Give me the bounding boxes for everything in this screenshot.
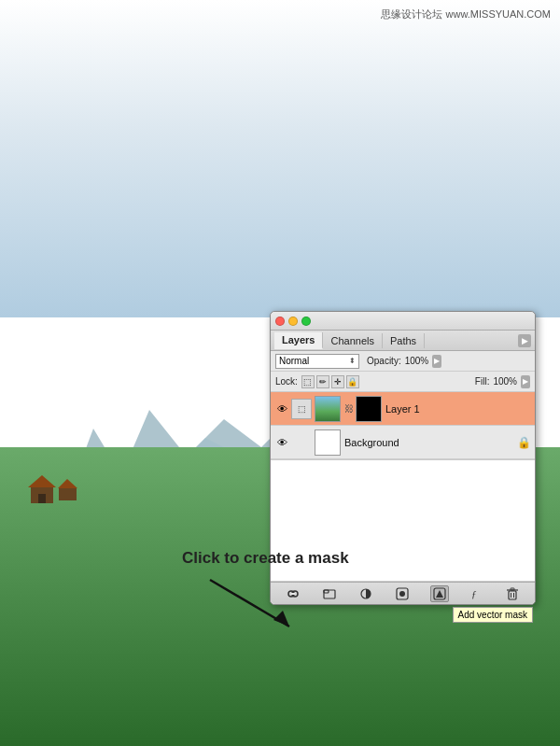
lock-transparent-pixels[interactable]: ⬚ — [301, 375, 315, 388]
annotation-text: Click to create a mask — [182, 549, 349, 568]
layer-mask-thumbnail-layer1 — [356, 396, 382, 422]
svg-marker-2 — [28, 475, 56, 487]
blend-mode-arrow: ⬍ — [349, 357, 356, 365]
opacity-arrow[interactable]: ▶ — [432, 355, 441, 368]
layer-visibility-layer1[interactable]: 👁 — [274, 401, 289, 416]
opacity-label: Opacity: — [367, 356, 401, 366]
layer-thumbnail-background — [315, 429, 341, 456]
layer-name-background: Background — [344, 437, 517, 448]
blend-mode-select[interactable]: Normal ⬍ — [275, 354, 359, 369]
window-controls — [275, 317, 311, 326]
lock-position[interactable]: ✛ — [331, 375, 344, 388]
panel-menu-arrow[interactable]: ▶ — [518, 334, 531, 347]
add-layer-mask-button[interactable] — [393, 585, 412, 602]
chain-icon-layer1: ⛓ — [344, 403, 354, 414]
layer-name-layer1: Layer 1 — [385, 403, 531, 415]
minimize-button[interactable] — [288, 317, 298, 326]
maximize-button[interactable] — [301, 317, 311, 326]
lock-row: Lock: ⬚ ✏ ✛ 🔒 Fill: 100% ▶ — [271, 372, 535, 392]
lock-all[interactable]: 🔒 — [346, 375, 359, 388]
svg-marker-24 — [273, 611, 289, 626]
lock-icons: ⬚ ✏ ✛ 🔒 — [301, 375, 359, 388]
tab-channels[interactable]: Channels — [323, 333, 382, 348]
lock-image-pixels[interactable]: ✏ — [316, 375, 329, 388]
fill-value[interactable]: 100% — [493, 376, 517, 387]
layer-thumbnail-layer1 — [315, 396, 341, 422]
close-button[interactable] — [275, 317, 285, 326]
add-layer-style-button[interactable]: ƒ — [467, 585, 485, 602]
blend-mode-value: Normal — [279, 356, 309, 366]
layer-item-background[interactable]: 👁 Background 🔒 — [271, 426, 535, 459]
svg-rect-4 — [38, 494, 46, 503]
delete-layer-button[interactable] — [503, 585, 522, 602]
panel-tabs: Layers Channels Paths ▶ — [271, 331, 535, 351]
lock-label: Lock: — [275, 376, 298, 387]
sky-background — [0, 0, 560, 317]
opacity-value[interactable]: 100% — [405, 356, 429, 366]
fill-arrow[interactable]: ▶ — [521, 375, 530, 388]
svg-marker-5 — [58, 479, 77, 488]
blend-mode-row: Normal ⬍ Opacity: 100% ▶ — [271, 351, 535, 372]
tooltip-add-vector-mask: Add vector mask — [453, 607, 533, 623]
add-vector-mask-button[interactable] — [430, 585, 449, 602]
panel-titlebar — [271, 312, 535, 331]
tab-paths[interactable]: Paths — [383, 333, 425, 348]
add-fill-adjustment-button[interactable] — [357, 585, 375, 602]
house-silhouette-2 — [56, 477, 79, 505]
annotation-arrow — [201, 575, 313, 640]
annotation-container: Click to create a mask — [107, 549, 349, 643]
fill-label: Fill: — [475, 376, 490, 387]
svg-rect-20 — [511, 588, 514, 590]
layer-item-layer1[interactable]: 👁 ⬚ ⛓ Layer 1 — [271, 392, 535, 426]
svg-text:ƒ: ƒ — [471, 588, 477, 599]
layer-lock-background: 🔒 — [517, 436, 531, 449]
svg-point-14 — [399, 591, 405, 597]
svg-marker-16 — [436, 590, 443, 598]
house-silhouette — [23, 471, 61, 508]
tab-layers[interactable]: Layers — [274, 332, 323, 349]
layer-visibility-background[interactable]: 👁 — [274, 435, 289, 450]
svg-rect-18 — [509, 591, 516, 599]
watermark: 思缘设计论坛 www.MISSYUAN.COM — [381, 7, 551, 21]
svg-rect-6 — [59, 488, 77, 500]
layers-list: 👁 ⬚ ⛓ Layer 1 👁 Background 🔒 — [271, 392, 535, 460]
layer-extra-icon: ⬚ — [291, 399, 312, 419]
